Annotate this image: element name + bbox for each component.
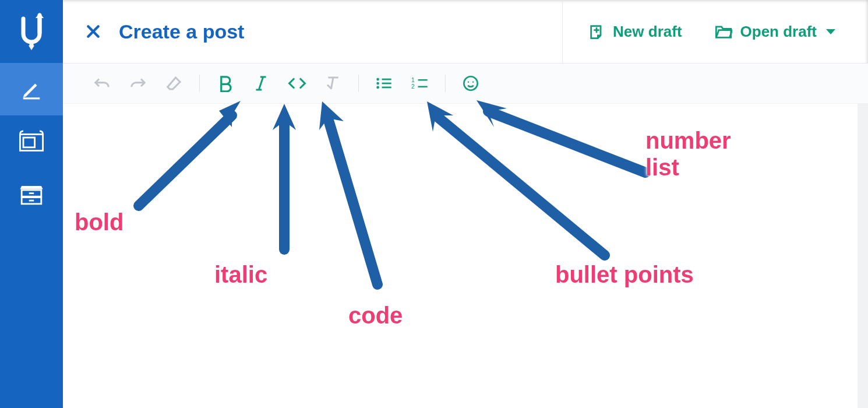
number-list-button[interactable]: 1 2 xyxy=(402,69,438,97)
annotation-arrow-code xyxy=(296,98,412,298)
annotation-label-italic: italic xyxy=(214,261,267,288)
remove-format-button[interactable] xyxy=(315,69,351,97)
bold-icon xyxy=(217,75,232,92)
new-draft-button[interactable]: New draft xyxy=(588,23,682,41)
annotation-label-code: code xyxy=(348,302,403,329)
eraser-icon xyxy=(165,75,183,92)
svg-marker-14 xyxy=(319,101,344,130)
svg-marker-12 xyxy=(219,101,241,127)
drawers-icon xyxy=(19,182,44,206)
open-draft-button[interactable]: Open draft xyxy=(715,23,835,41)
code-icon xyxy=(287,76,307,91)
annotation-arrow-bold xyxy=(121,98,261,228)
svg-text:2: 2 xyxy=(411,83,415,90)
sidebar-item-archive[interactable] xyxy=(0,168,63,220)
emoji-button[interactable] xyxy=(453,69,489,97)
svg-point-11 xyxy=(472,82,474,83)
svg-marker-16 xyxy=(477,100,507,127)
sidebar xyxy=(0,0,63,408)
toolbar: 1 2 xyxy=(63,64,868,104)
sidebar-item-compose[interactable] xyxy=(0,63,63,115)
undo-icon xyxy=(93,76,111,91)
annotation-arrow-italic xyxy=(255,98,325,263)
code-button[interactable] xyxy=(279,69,315,97)
toolbar-separator xyxy=(358,75,359,92)
annotation-arrow-numbers xyxy=(453,97,663,198)
app-logo[interactable] xyxy=(0,0,63,63)
open-draft-label: Open draft xyxy=(740,23,817,41)
main: Create a post New draft Open draft xyxy=(63,0,868,408)
redo-icon xyxy=(129,76,147,91)
svg-point-4 xyxy=(376,78,379,81)
folder-open-icon xyxy=(715,24,732,39)
svg-point-6 xyxy=(376,86,379,89)
editor-canvas[interactable]: bold italic code bullet points number li… xyxy=(63,104,868,408)
bold-button[interactable] xyxy=(207,69,243,97)
annotation-label-bold: bold xyxy=(75,209,124,235)
new-draft-label: New draft xyxy=(613,23,682,41)
toolbar-separator xyxy=(199,75,200,92)
svg-rect-1 xyxy=(23,138,35,147)
chevron-down-icon xyxy=(826,29,835,34)
toolbar-separator xyxy=(445,75,446,92)
redo-button[interactable] xyxy=(120,69,156,97)
svg-text:1: 1 xyxy=(411,77,415,83)
sidebar-item-templates[interactable] xyxy=(0,115,63,168)
svg-marker-15 xyxy=(427,101,453,132)
emoji-icon xyxy=(463,75,479,92)
remove-format-icon xyxy=(325,75,341,92)
page-title: Create a post xyxy=(119,20,244,43)
note-plus-icon xyxy=(588,23,605,40)
number-list-icon: 1 2 xyxy=(411,76,429,91)
undo-button[interactable] xyxy=(84,69,120,97)
blueprint-icon xyxy=(19,130,44,153)
svg-point-10 xyxy=(468,82,469,83)
close-icon xyxy=(86,24,101,39)
close-button[interactable] xyxy=(84,22,103,41)
italic-icon xyxy=(255,75,267,92)
bullet-list-button[interactable] xyxy=(366,69,402,97)
italic-button[interactable] xyxy=(243,69,279,97)
svg-point-5 xyxy=(376,82,379,85)
clear-format-button[interactable] xyxy=(156,69,192,97)
logo-icon xyxy=(16,13,47,50)
svg-marker-13 xyxy=(273,104,296,130)
pencil-icon xyxy=(20,78,43,100)
scrollbar-gutter[interactable] xyxy=(858,104,868,408)
header: Create a post New draft Open draft xyxy=(63,0,868,64)
annotation-label-bullets: bullet points xyxy=(555,261,694,288)
bullet-list-icon xyxy=(375,76,393,91)
svg-point-9 xyxy=(464,76,477,90)
annotation-arrow-bullets xyxy=(401,98,622,275)
annotation-label-numbers: number list xyxy=(645,127,731,181)
